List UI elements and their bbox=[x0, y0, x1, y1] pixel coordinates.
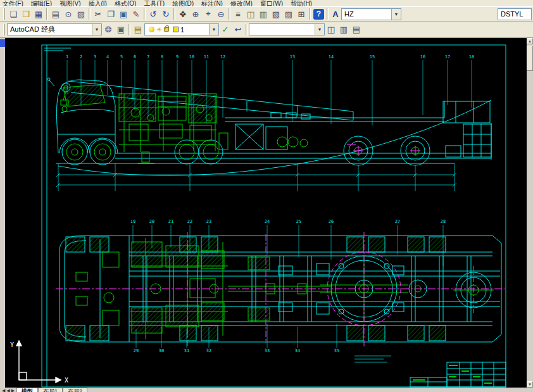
callout-number: 18 bbox=[469, 54, 474, 60]
callout-number: 11 bbox=[204, 54, 209, 60]
workspace-value: AutoCAD 经典 bbox=[10, 25, 55, 34]
paste-button[interactable]: ▣ bbox=[117, 8, 130, 20]
layout-tab-布局1[interactable]: 布局1 bbox=[38, 388, 63, 392]
qnew-button[interactable]: ❏ bbox=[7, 8, 20, 20]
tab-nav-arrows[interactable]: ◀ ◀ ▶ bbox=[0, 388, 16, 392]
vertical-scrollbar[interactable]: ▲ ▼ bbox=[527, 38, 533, 388]
tool-palettes-button[interactable]: ▥ bbox=[257, 8, 270, 20]
plot-button[interactable]: ▤ bbox=[49, 8, 62, 20]
application-chrome: 文件(F)编辑(E)视图(V)插入(I)格式(O)工具(T)绘图(D)标注(N)… bbox=[0, 0, 533, 38]
layer-combo[interactable]: ☀ 1 ▼ bbox=[144, 23, 219, 35]
callout-number: 29 bbox=[134, 348, 139, 353]
callout-number: 35 bbox=[334, 348, 339, 353]
menu-item-5[interactable]: 工具(T) bbox=[144, 0, 165, 6]
workspace-settings-button[interactable]: ❂ bbox=[102, 23, 115, 36]
layer-freeze-sun-icon[interactable]: ☀ bbox=[156, 27, 162, 33]
drawing-viewport: X Y 123456789101112131415161718192021222… bbox=[0, 0, 533, 392]
layer-lock-icon[interactable] bbox=[164, 27, 169, 32]
menubar: 文件(F)编辑(E)视图(V)插入(I)格式(O)工具(T)绘图(D)标注(N)… bbox=[0, 0, 533, 6]
docked-toolbar-strip bbox=[0, 38, 5, 388]
menu-item-7[interactable]: 标注(N) bbox=[201, 0, 223, 6]
menu-item-1[interactable]: 编辑(E) bbox=[31, 0, 52, 6]
styles-dim-button[interactable]: ▥ bbox=[337, 23, 350, 36]
menu-item-9[interactable]: 窗口(W) bbox=[260, 0, 283, 6]
menu-item-3[interactable]: 插入(I) bbox=[88, 0, 106, 6]
callout-number: 32 bbox=[206, 348, 211, 353]
standard-toolbar: ❏❒▦▤⊙▧✂❐▣✎↺↻✥⊕⌖⊖≡◫▥▧▨⊞ ? A HZ ▼ DSTYL bbox=[0, 6, 533, 22]
scroll-down-button[interactable]: ▼ bbox=[527, 381, 533, 388]
undo-button[interactable]: ↺ bbox=[147, 8, 160, 20]
chevron-down-icon[interactable]: ▼ bbox=[209, 24, 218, 35]
menu-item-0[interactable]: 文件(F) bbox=[3, 0, 23, 6]
text-style-icon[interactable]: A bbox=[330, 9, 341, 19]
toolbar-separator bbox=[144, 8, 146, 20]
styles-table-button[interactable]: ▤ bbox=[350, 23, 363, 36]
toolbar-separator bbox=[173, 8, 175, 20]
ucs-y-label: Y bbox=[10, 341, 14, 348]
text-style-combo[interactable]: HZ ▼ bbox=[341, 8, 401, 20]
menu-item-2[interactable]: 视图(V) bbox=[60, 0, 80, 6]
scroll-up-button[interactable]: ▲ bbox=[527, 38, 533, 44]
zoom-previous-button[interactable]: ⊖ bbox=[215, 8, 227, 20]
scrollbar-thumb[interactable] bbox=[527, 46, 533, 71]
save-button[interactable]: ▦ bbox=[32, 8, 45, 20]
callout-number: 16 bbox=[420, 54, 425, 60]
layer-name: 1 bbox=[180, 26, 184, 34]
pan-button[interactable]: ✥ bbox=[177, 8, 189, 20]
callout-number: 4 bbox=[106, 54, 109, 60]
layout-tab-布局2[interactable]: 布局2 bbox=[63, 388, 87, 392]
callout-number: 33 bbox=[265, 348, 270, 353]
callout-number: 22 bbox=[187, 219, 192, 224]
callout-number: 30 bbox=[159, 348, 164, 353]
workspace-combo[interactable]: AutoCAD 经典 ▼ bbox=[7, 23, 102, 35]
copy-button[interactable]: ❐ bbox=[104, 8, 117, 20]
callout-number: 23 bbox=[206, 219, 211, 224]
layer-properties-manager-button[interactable]: ▤ bbox=[132, 23, 144, 36]
quickcalc-button[interactable]: ⊞ bbox=[295, 8, 308, 20]
make-object-layer-current-button[interactable]: ✓ bbox=[219, 23, 232, 36]
layout-tabs-strip: ◀ ◀ ▶ 模型布局1布局2 bbox=[0, 388, 533, 392]
callout-number: 24 bbox=[265, 219, 270, 224]
menu-item-4[interactable]: 格式(O) bbox=[115, 0, 136, 6]
publish-button[interactable]: ▧ bbox=[75, 8, 87, 20]
dock-grip[interactable] bbox=[0, 39, 5, 47]
layout-tab-模型[interactable]: 模型 bbox=[16, 388, 38, 392]
callout-number: 21 bbox=[168, 219, 173, 224]
workspace-save-button[interactable]: ▣ bbox=[115, 23, 127, 36]
layer-color-swatch[interactable] bbox=[173, 27, 179, 32]
open-button[interactable]: ❒ bbox=[20, 8, 32, 20]
dim-style-combo[interactable]: DSTYL bbox=[498, 8, 532, 20]
zoom-window-button[interactable]: ⌖ bbox=[202, 8, 215, 20]
callout-number: 6 bbox=[134, 54, 136, 60]
toolbar-grip[interactable] bbox=[3, 24, 5, 35]
toolbar-grip[interactable] bbox=[3, 8, 5, 20]
sheet-set-manager-button[interactable]: ▧ bbox=[270, 8, 282, 20]
layer-previous-button[interactable]: ↩ bbox=[232, 23, 244, 36]
styles-text-button[interactable]: ◫ bbox=[325, 23, 337, 36]
callout-number: 25 bbox=[296, 219, 301, 224]
plot-preview-button[interactable]: ⊙ bbox=[62, 8, 75, 20]
menu-item-10[interactable]: 帮助(H) bbox=[291, 0, 312, 6]
layer-on-bulb-icon[interactable] bbox=[149, 27, 154, 32]
help-button[interactable]: ? bbox=[313, 9, 324, 20]
chevron-down-icon[interactable]: ▼ bbox=[92, 24, 101, 35]
menu-item-8[interactable]: 修改(M) bbox=[230, 0, 253, 6]
callout-number: 19 bbox=[130, 219, 135, 224]
dim-style-value: DSTYL bbox=[501, 10, 523, 18]
markup-set-manager-button[interactable]: ▨ bbox=[282, 8, 295, 20]
chevron-down-icon[interactable]: ▼ bbox=[315, 24, 324, 35]
callout-number: 7 bbox=[147, 54, 149, 60]
menu-item-6[interactable]: 绘图(D) bbox=[172, 0, 194, 6]
toolbar-separator bbox=[327, 8, 329, 20]
match-properties-button[interactable]: ✎ bbox=[130, 8, 142, 20]
zoom-realtime-button[interactable]: ⊕ bbox=[189, 8, 202, 20]
redo-button[interactable]: ↻ bbox=[160, 8, 172, 20]
layer-states-combo[interactable]: ▼ bbox=[249, 23, 325, 35]
cut-button[interactable]: ✂ bbox=[92, 8, 104, 20]
callout-number: 27 bbox=[395, 219, 400, 224]
callout-number: 2 bbox=[80, 54, 82, 60]
callout-number: 17 bbox=[445, 54, 450, 60]
designcenter-button[interactable]: ◫ bbox=[244, 8, 257, 20]
chevron-down-icon[interactable]: ▼ bbox=[391, 9, 401, 20]
properties-button[interactable]: ≡ bbox=[232, 8, 244, 20]
